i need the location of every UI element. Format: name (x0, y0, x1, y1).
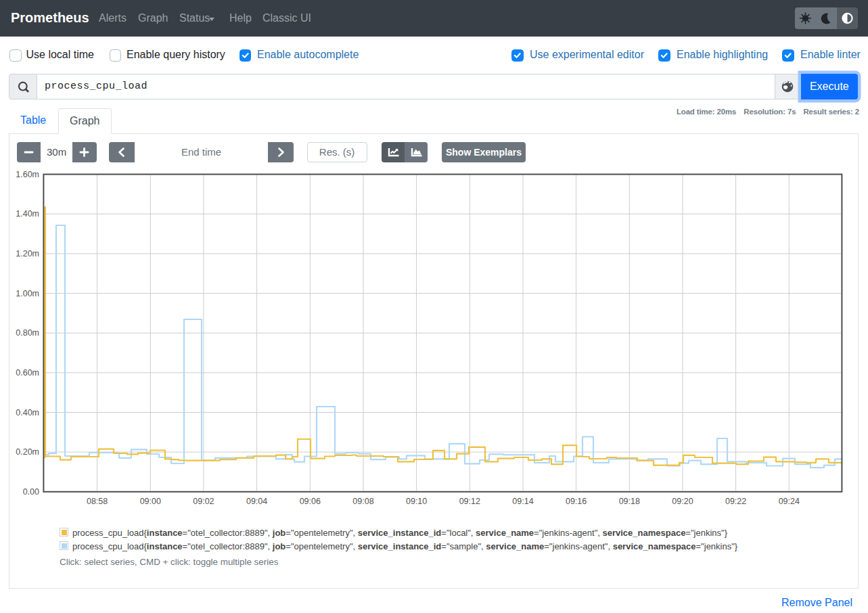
svg-text:0.20m: 0.20m (16, 447, 39, 457)
svg-text:09:14: 09:14 (512, 497, 533, 506)
svg-text:1.60m: 1.60m (16, 170, 39, 179)
svg-text:1.20m: 1.20m (16, 249, 39, 258)
svg-text:09:06: 09:06 (300, 497, 321, 506)
svg-text:0.00: 0.00 (23, 487, 39, 497)
svg-text:1.00m: 1.00m (16, 289, 39, 298)
svg-text:0.80m: 0.80m (16, 328, 39, 338)
svg-text:09:22: 09:22 (725, 497, 746, 506)
svg-text:0.60m: 0.60m (16, 368, 39, 378)
svg-text:09:12: 09:12 (459, 497, 480, 506)
svg-text:08:58: 08:58 (87, 497, 108, 506)
svg-text:09:18: 09:18 (619, 497, 640, 506)
svg-text:09:04: 09:04 (246, 497, 267, 506)
svg-text:09:08: 09:08 (352, 497, 373, 506)
svg-text:09:02: 09:02 (193, 497, 214, 506)
svg-text:09:00: 09:00 (140, 497, 161, 506)
svg-text:1.40m: 1.40m (16, 209, 39, 219)
svg-text:0.40m: 0.40m (16, 408, 39, 417)
svg-text:09:20: 09:20 (672, 497, 693, 506)
svg-text:09:24: 09:24 (779, 497, 800, 506)
svg-text:09:10: 09:10 (406, 497, 427, 506)
svg-text:09:16: 09:16 (566, 497, 587, 506)
